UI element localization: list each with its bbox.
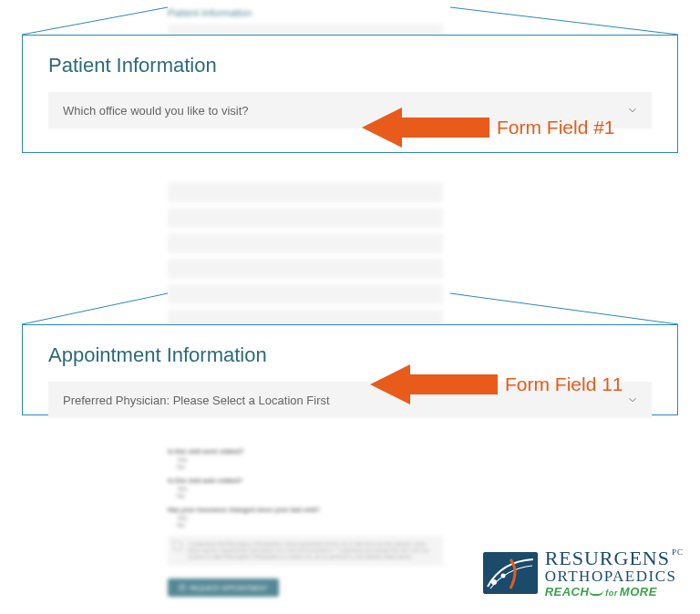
- bg-checkbox: [173, 541, 182, 550]
- chevron-down-icon: [626, 394, 639, 406]
- select-label: Which office would you like to visit?: [63, 104, 249, 118]
- calendar-icon: [179, 584, 186, 591]
- arrow-icon: [362, 107, 489, 148]
- svg-point-9: [491, 579, 497, 585]
- annotation-label: Form Field #1: [497, 117, 615, 138]
- svg-line-2: [22, 7, 168, 35]
- annotation-arrow-1: Form Field #1: [362, 107, 615, 148]
- annotation-arrow-2: Form Field 11: [370, 364, 623, 404]
- svg-rect-0: [180, 586, 185, 590]
- bg-radio-group: Has your insurance changed since your la…: [168, 507, 443, 528]
- request-appointment-button: REQUEST APPOINTMENT: [168, 578, 279, 597]
- resurgens-logo: RESURGENSPC ORTHOPAEDICS REACHforMORE: [483, 548, 684, 598]
- svg-line-4: [22, 293, 168, 324]
- callout-heading: Patient Information: [48, 54, 652, 77]
- bg-field: [168, 233, 443, 253]
- chevron-down-icon: [626, 104, 639, 117]
- annotation-label: Form Field 11: [505, 374, 623, 395]
- bg-disclaimer: I understand that Resurgens Orthopaedics…: [168, 536, 443, 566]
- svg-marker-7: [370, 364, 498, 404]
- bg-radio-group: Is this visit auto related? Yes No: [168, 477, 443, 499]
- select-label: Preferred Physician: Please Select a Loc…: [63, 394, 330, 407]
- logo-text: RESURGENSPC ORTHOPAEDICS REACHforMORE: [545, 548, 684, 598]
- bg-radio-group: Is this visit work related? Yes No: [168, 448, 443, 470]
- logo-mark-icon: [483, 552, 538, 594]
- bg-field: [168, 259, 443, 279]
- connector-lines-bottom: [22, 292, 678, 326]
- bg-field: [168, 208, 443, 228]
- svg-line-5: [450, 293, 678, 324]
- svg-marker-6: [362, 107, 489, 148]
- bg-field: [168, 182, 443, 202]
- svg-point-10: [500, 574, 505, 578]
- connector-lines-top: [22, 5, 678, 36]
- arrow-icon: [370, 364, 498, 404]
- svg-line-3: [450, 7, 678, 35]
